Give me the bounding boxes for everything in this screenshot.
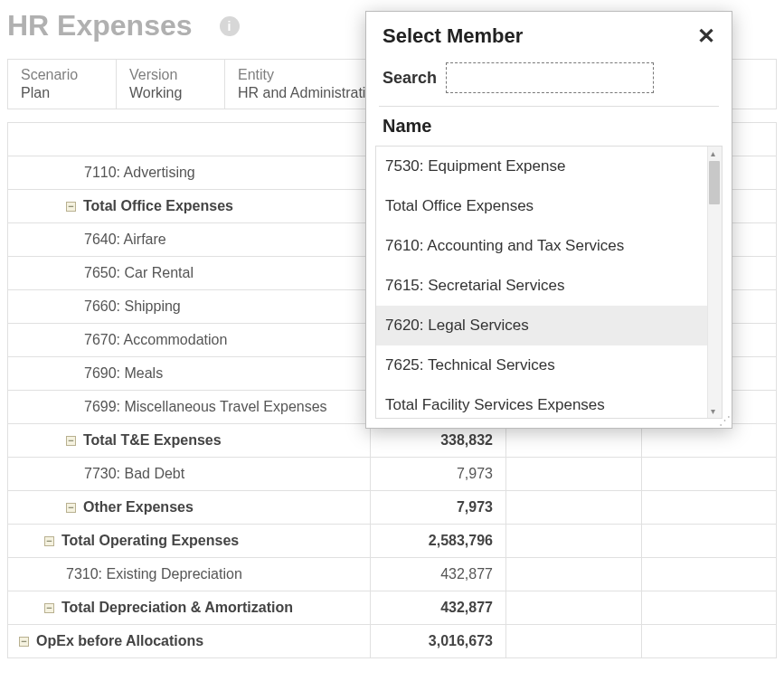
- page-title: HR Expenses: [7, 9, 193, 43]
- row-label-text: 7690: Meals: [84, 365, 163, 382]
- row-label: 7110: Advertising: [8, 156, 370, 189]
- row-label: −Total Depreciation & Amortization: [8, 591, 370, 624]
- row-label-text: 7650: Car Rental: [84, 265, 194, 281]
- row-col2[interactable]: [505, 458, 641, 490]
- scroll-up-icon[interactable]: ▴: [711, 148, 715, 158]
- row-label: 7650: Car Rental: [8, 257, 370, 289]
- row-label: 7640: Airfare: [8, 223, 370, 256]
- row-col3[interactable]: [641, 491, 776, 524]
- resize-grip-icon[interactable]: ⋰: [719, 414, 729, 426]
- pov-label: Version: [129, 67, 212, 83]
- row-col2[interactable]: [505, 591, 641, 624]
- pov-value: Working: [129, 85, 212, 101]
- row-label-text: 7110: Advertising: [84, 165, 195, 181]
- member-item[interactable]: 7620: Legal Services: [376, 306, 722, 345]
- grid-row[interactable]: −Total Operating Expenses2,583,796: [8, 525, 776, 558]
- search-label: Search: [383, 69, 437, 88]
- pov-cell-version[interactable]: Version Working: [117, 60, 225, 109]
- row-label-text: 7730: Bad Debt: [84, 466, 184, 482]
- collapse-icon[interactable]: −: [66, 436, 76, 446]
- row-label-text: Total T&E Expenses: [83, 432, 222, 449]
- row-value[interactable]: 432,877: [370, 591, 505, 624]
- member-item[interactable]: Total Facility Services Expenses: [376, 385, 722, 419]
- row-label-text: Total Depreciation & Amortization: [61, 600, 293, 616]
- row-col3[interactable]: [641, 458, 776, 490]
- row-value[interactable]: 338,832: [370, 424, 505, 457]
- row-label-text: 7640: Airfare: [84, 232, 166, 248]
- row-value[interactable]: 7,973: [370, 491, 505, 524]
- select-member-dialog: Select Member ✕ Search Name 7530: Equipm…: [365, 11, 732, 429]
- row-col2[interactable]: [505, 558, 641, 591]
- name-column-header: Name: [366, 107, 732, 146]
- row-col2[interactable]: [505, 424, 641, 457]
- row-col3[interactable]: [641, 525, 776, 557]
- row-label: −Other Expenses: [8, 491, 370, 524]
- row-label: 7670: Accommodation: [8, 324, 370, 356]
- dialog-title: Select Member: [383, 24, 523, 48]
- grid-row[interactable]: 7310: Existing Depreciation432,877: [8, 558, 776, 591]
- row-label-text: 7670: Accommodation: [84, 332, 227, 348]
- search-input[interactable]: [446, 62, 654, 93]
- row-label: 7699: Miscellaneous Travel Expenses: [8, 391, 370, 423]
- grid-row[interactable]: −Total Depreciation & Amortization432,87…: [8, 591, 776, 625]
- collapse-icon[interactable]: −: [44, 603, 54, 613]
- row-label-text: OpEx before Allocations: [36, 633, 203, 649]
- row-label-text: Other Expenses: [83, 499, 194, 515]
- scroll-thumb[interactable]: [709, 161, 720, 204]
- row-value[interactable]: 7,973: [370, 458, 505, 490]
- row-col3[interactable]: [641, 558, 776, 591]
- scroll-down-icon[interactable]: ▾: [711, 406, 715, 416]
- member-list: 7530: Equipment ExpenseTotal Office Expe…: [375, 146, 723, 419]
- member-item[interactable]: 7610: Accounting and Tax Services: [376, 226, 722, 266]
- row-label: 7730: Bad Debt: [8, 458, 370, 490]
- row-label: −Total Office Expenses: [8, 190, 370, 222]
- member-item[interactable]: 7615: Secretarial Services: [376, 266, 722, 306]
- pov-label: Scenario: [21, 67, 103, 83]
- row-label-text: Total Office Expenses: [83, 198, 233, 214]
- row-label-text: Total Operating Expenses: [61, 533, 239, 549]
- row-label-text: 7310: Existing Depreciation: [66, 566, 242, 582]
- pov-value: Plan: [21, 85, 103, 101]
- grid-row[interactable]: −Total T&E Expenses338,832: [8, 424, 776, 458]
- grid-row[interactable]: 7730: Bad Debt7,973: [8, 458, 776, 491]
- row-label: 7690: Meals: [8, 357, 370, 390]
- pov-cell-scenario[interactable]: Scenario Plan: [8, 60, 117, 109]
- row-col3[interactable]: [641, 625, 776, 657]
- row-value[interactable]: 2,583,796: [370, 525, 505, 557]
- grid-row[interactable]: −Other Expenses7,973: [8, 491, 776, 525]
- member-item[interactable]: 7625: Technical Services: [376, 345, 722, 385]
- collapse-icon[interactable]: −: [66, 503, 76, 513]
- collapse-icon[interactable]: −: [66, 202, 76, 212]
- row-label-text: 7660: Shipping: [84, 298, 181, 315]
- collapse-icon[interactable]: −: [19, 637, 29, 647]
- row-label: −Total Operating Expenses: [8, 525, 370, 557]
- member-item[interactable]: Total Office Expenses: [376, 186, 722, 226]
- info-icon[interactable]: i: [220, 16, 240, 36]
- collapse-icon[interactable]: −: [44, 536, 54, 546]
- row-col2[interactable]: [505, 491, 641, 524]
- row-label: 7310: Existing Depreciation: [8, 558, 370, 591]
- row-label: 7660: Shipping: [8, 290, 370, 323]
- row-label-text: 7699: Miscellaneous Travel Expenses: [84, 399, 327, 415]
- row-col2[interactable]: [505, 525, 641, 557]
- grid-row[interactable]: −OpEx before Allocations3,016,673: [8, 625, 776, 658]
- row-col2[interactable]: [505, 625, 641, 657]
- row-label: −OpEx before Allocations: [8, 625, 370, 657]
- row-col3[interactable]: [641, 591, 776, 624]
- row-col3[interactable]: [641, 424, 776, 457]
- row-label: −Total T&E Expenses: [8, 424, 370, 457]
- row-value[interactable]: 432,877: [370, 558, 505, 591]
- grid-header-label: [8, 123, 370, 156]
- close-icon[interactable]: ✕: [697, 25, 715, 47]
- row-value[interactable]: 3,016,673: [370, 625, 505, 657]
- member-item[interactable]: 7530: Equipment Expense: [376, 147, 722, 186]
- scrollbar[interactable]: ▴ ▾: [707, 147, 722, 418]
